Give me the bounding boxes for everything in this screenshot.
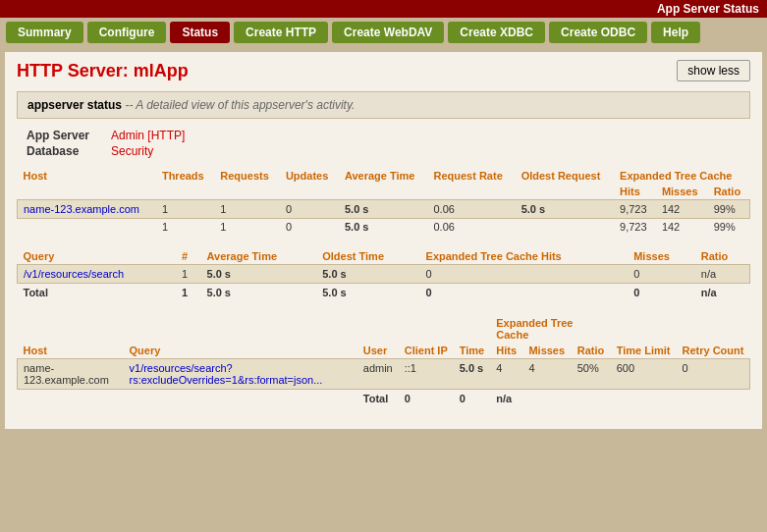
query-row-0: /v1/resources/search 1 5.0 s 5.0 s 0 0 n…	[18, 265, 750, 284]
detail-query[interactable]: v1/resources/search?rs:excludeOverrides=…	[124, 359, 357, 390]
col-detail-time-limit: Time Limit	[611, 315, 677, 359]
col-query-etc-hits: Expanded Tree Cache Hits	[420, 248, 629, 265]
col-req-rate: Request Rate	[427, 168, 515, 184]
query-total-num: 1	[176, 284, 201, 302]
app-server-key: App Server	[27, 129, 105, 142]
status-detail: -- A detailed view of this appserver's a…	[125, 98, 355, 112]
tab-configure[interactable]: Configure	[87, 22, 167, 43]
host-row-0: name-123.example.com 1 1 0 5.0 s 0.06 5.…	[18, 200, 750, 219]
detail-total-misses: 0	[454, 390, 490, 408]
host-oldest-req: 5.0 s	[516, 200, 614, 219]
col-oldest-req: Oldest Request	[516, 168, 614, 184]
host-requests: 1	[214, 200, 280, 219]
query-avg-time: 5.0 s	[201, 265, 317, 284]
col-detail-etc-misses: Misses	[522, 343, 571, 359]
query-total-row: Total 1 5.0 s 5.0 s 0 0 n/a	[18, 284, 750, 302]
col-oldest-time: Oldest Time	[316, 248, 419, 265]
info-table: App Server Admin [HTTP] Database Securit…	[17, 129, 750, 158]
col-detail-client-ip: Client IP	[399, 315, 454, 359]
query-total-etc-hits: 0	[420, 284, 629, 302]
query-etc-misses: 0	[628, 265, 695, 284]
tab-create-http[interactable]: Create HTTP	[234, 22, 328, 43]
subtotal-req-rate: 0.06	[427, 219, 515, 236]
host-name[interactable]: name-123.example.com	[18, 200, 156, 219]
col-etc-group: Expanded Tree Cache	[614, 168, 749, 184]
detail-table: Host Query User Client IP Time Expanded …	[17, 315, 750, 407]
detail-etc-hits: 4	[490, 359, 522, 390]
tab-create-xdbc[interactable]: Create XDBC	[448, 22, 545, 43]
col-detail-etc-group: Expanded Tree Cache	[490, 315, 610, 343]
col-num: #	[176, 248, 201, 265]
detail-time: 5.0 s	[454, 359, 490, 390]
host-req-rate: 0.06	[427, 200, 515, 219]
query-table: Query # Average Time Oldest Time Expande…	[17, 248, 750, 301]
subtotal-etc-hits: 9,723	[614, 219, 656, 236]
detail-time-limit: 600	[611, 359, 677, 390]
col-detail-time: Time	[454, 315, 490, 359]
query-oldest-time: 5.0 s	[316, 265, 419, 284]
database-key: Database	[27, 144, 105, 158]
col-query: Query	[18, 248, 176, 265]
host-avg-time: 5.0 s	[339, 200, 428, 219]
col-etc-ratio: Ratio	[708, 184, 750, 200]
query-etc-hits: 0	[420, 265, 629, 284]
detail-row-0: name-123.example.com v1/resources/search…	[18, 359, 750, 390]
tab-help[interactable]: Help	[651, 22, 700, 43]
query-total-oldest-time: 5.0 s	[316, 284, 419, 302]
detail-total-ratio: n/a	[490, 390, 522, 408]
col-etc-hits: Hits	[614, 184, 656, 200]
col-detail-retry-count: Retry Count	[677, 315, 750, 359]
query-total-ratio: n/a	[695, 284, 750, 302]
col-updates: Updates	[280, 168, 339, 184]
col-query-etc-misses: Misses	[628, 248, 695, 265]
host-updates: 0	[280, 200, 339, 219]
subtotal-threads: 1	[156, 219, 214, 236]
query-num: 1	[176, 265, 201, 284]
detail-user: admin	[357, 359, 399, 390]
database-val: Security	[111, 144, 153, 158]
col-threads: Threads	[156, 168, 214, 184]
subtotal-updates: 0	[280, 219, 339, 236]
col-detail-etc-hits: Hits	[490, 343, 522, 359]
host-etc-ratio: 99%	[708, 200, 750, 219]
info-row-appserver: App Server Admin [HTTP]	[27, 129, 750, 142]
col-detail-etc-ratio: Ratio	[572, 343, 611, 359]
col-avg-time: Average Time	[339, 168, 428, 184]
tab-status[interactable]: Status	[170, 22, 230, 43]
col-requests: Requests	[214, 168, 280, 184]
detail-total-row: Total 0 0 n/a	[18, 390, 750, 408]
col-detail-query: Query	[124, 315, 357, 359]
show-less-button[interactable]: show less	[677, 60, 750, 81]
app-server-val: Admin [HTTP]	[111, 129, 185, 142]
col-host: Host	[18, 168, 156, 184]
query-total-etc-misses: 0	[628, 284, 695, 302]
query-total-avg-time: 5.0 s	[201, 284, 317, 302]
page-title: HTTP Server: mlApp	[17, 61, 189, 81]
detail-etc-ratio: 50%	[572, 359, 611, 390]
subtotal-avg-time: 5.0 s	[339, 219, 428, 236]
col-detail-user: User	[357, 315, 399, 359]
detail-total-hits: 0	[399, 390, 454, 408]
subtotal-etc-ratio: 99%	[708, 219, 750, 236]
detail-host: name-123.example.com	[18, 359, 124, 390]
app-server-status-title: App Server Status	[657, 2, 759, 16]
detail-total-label: Total	[357, 390, 399, 408]
subtotal-requests: 1	[214, 219, 280, 236]
col-detail-host: Host	[18, 315, 124, 359]
host-etc-misses: 142	[656, 200, 708, 219]
tab-summary[interactable]: Summary	[6, 22, 83, 43]
host-table: Host Threads Requests Updates Average Ti…	[17, 168, 750, 235]
host-subtotal-row: 1 1 0 5.0 s 0.06 9,723 142 99%	[18, 219, 750, 236]
status-description: appserver status -- A detailed view of t…	[17, 91, 750, 119]
host-threads: 1	[156, 200, 214, 219]
detail-client-ip: ::1	[399, 359, 454, 390]
tab-create-odbc[interactable]: Create ODBC	[549, 22, 647, 43]
query-ratio: n/a	[695, 265, 750, 284]
col-query-ratio: Ratio	[695, 248, 750, 265]
subtotal-etc-misses: 142	[656, 219, 708, 236]
tab-create-webdav[interactable]: Create WebDAV	[332, 22, 444, 43]
main-content: HTTP Server: mlApp show less appserver s…	[4, 51, 763, 430]
detail-etc-misses: 4	[522, 359, 571, 390]
query-path[interactable]: /v1/resources/search	[18, 265, 176, 284]
page-header: HTTP Server: mlApp show less	[17, 60, 750, 81]
